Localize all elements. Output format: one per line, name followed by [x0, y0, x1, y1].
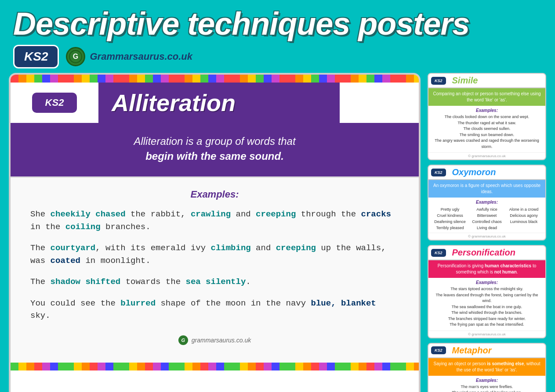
oxymoron-item-12: [506, 225, 542, 230]
poster-logo-section: [340, 83, 419, 123]
page-title: Descriptive techniques posters: [13, 8, 542, 40]
simile-footer: © grammarsaurus.co.uk: [428, 152, 545, 159]
oxymoron-item-4: Cruel kindness: [432, 213, 468, 218]
simile-ks2: KS2: [431, 77, 446, 85]
examples-section: Examples: She cheekily chased the rabbit…: [11, 176, 419, 363]
poster-title: Alliteration: [112, 89, 236, 116]
poster-header: KS2 Alliteration: [11, 83, 419, 123]
poster-footer: G grammarsaurus.co.uk: [30, 331, 399, 349]
personification-ks2: KS2: [431, 249, 446, 257]
personification-footer: © grammarsaurus.co.uk: [428, 331, 545, 338]
oxymoron-item-2: Awfully nice: [469, 207, 505, 212]
mini-poster-oxymoron: KS2 Oxymoron An oxymoron is a figure of …: [428, 165, 546, 241]
oxymoron-item-10: Terribly pleased: [432, 225, 468, 230]
poster-ks2-section: KS2: [11, 83, 98, 123]
highlight-2b: climbing: [210, 243, 250, 253]
highlight-1d: cracks: [361, 209, 391, 219]
definition-line2: begin with the same sound.: [145, 150, 284, 162]
personification-header: KS2 Personification: [428, 246, 545, 260]
highlight-1e: coiling: [65, 222, 101, 232]
oxymoron-examples-title: Examples:: [428, 200, 545, 205]
simile-examples-title: Examples:: [428, 108, 545, 113]
highlight-1b: crawling: [191, 209, 231, 219]
oxymoron-item-1: Pretty ugly: [432, 207, 468, 212]
oxymoron-header: KS2 Oxymoron: [428, 165, 545, 180]
grammarsaurus-logo-icon: G: [66, 47, 85, 66]
oxymoron-item-6: Delicious agony: [506, 213, 542, 218]
personification-definition: Personification is giving human characte…: [428, 260, 545, 278]
oxymoron-item-7: Deafening silence: [432, 219, 468, 224]
examples-title: Examples:: [30, 189, 399, 200]
footer-text: grammarsaurus.co.uk: [192, 337, 251, 344]
main-area: KS2 Alliteration Alliteration is a group…: [0, 73, 555, 392]
definition-section: Alliteration is a group of words that be…: [11, 123, 419, 176]
metaphor-examples-title: Examples:: [428, 378, 545, 383]
highlight-3b: sea silently: [185, 277, 246, 287]
metaphor-title: Metaphor: [449, 344, 545, 357]
highlight-4b: blue, blanket: [311, 298, 376, 308]
oxymoron-item-3: Alone in a crowd: [506, 207, 542, 212]
ks2-badge-header: KS2: [13, 45, 59, 68]
oxymoron-item-5: Bittersweet: [469, 213, 505, 218]
mini-poster-metaphor: KS2 Metaphor Saying an object or person …: [428, 343, 546, 392]
highlight-2c: creeping: [276, 243, 316, 253]
metaphor-definition: Saying an object or person is something …: [428, 358, 545, 376]
logo-area: G Grammarsaurus.co.uk: [66, 47, 192, 66]
poster-title-section: Alliteration: [98, 83, 340, 123]
example-2: The courtyard, with its emerald ivy clim…: [30, 242, 399, 267]
right-panel: KS2 Simile Comparing an object or person…: [428, 73, 546, 392]
example-1: She cheekily chased the rabbit, crawling…: [30, 208, 399, 233]
example-4: You could see the blurred shape of the m…: [30, 297, 399, 322]
simile-header: KS2 Simile: [428, 74, 545, 88]
simile-definition: Comparing an object or person to somethi…: [428, 88, 545, 106]
simile-examples-text: The clouds looked down on the scene and …: [428, 114, 545, 152]
oxymoron-item-9: Luminous black: [506, 219, 542, 224]
highlight-3a: shadow shifted: [51, 277, 121, 287]
metaphor-ks2: KS2: [431, 346, 446, 354]
logo-text: Grammarsaurus.co.uk: [90, 51, 192, 62]
footer-logo-icon: G: [178, 335, 188, 345]
highlight-1c: creeping: [256, 209, 296, 219]
bottom-border-strip: [11, 363, 419, 370]
header-bottom: KS2 G Grammarsaurus.co.uk: [13, 45, 542, 68]
oxymoron-item-8: Controlled chaos: [469, 219, 505, 224]
personification-title: Personification: [449, 246, 545, 259]
metaphor-examples-text: The man's eyes were fireflies. The wind …: [428, 384, 545, 392]
oxymoron-item-11: Living dead: [469, 225, 505, 230]
mini-poster-personification: KS2 Personification Personification is g…: [428, 245, 546, 338]
oxymoron-definition: An oxymoron is a figure of speech which …: [428, 180, 545, 198]
highlight-1a: cheekily chased: [51, 209, 126, 219]
oxymoron-title: Oxymoron: [449, 165, 545, 179]
top-border-strip: [11, 75, 419, 83]
example-3: The shadow shifted towards the sea silen…: [30, 276, 399, 288]
oxymoron-ks2: KS2: [431, 169, 446, 176]
metaphor-header: KS2 Metaphor: [428, 344, 545, 358]
personification-examples-text: The stars tiptoed across the midnight sk…: [428, 286, 545, 331]
highlight-2a: courtyard: [51, 243, 96, 253]
poster-ks2-badge: KS2: [32, 93, 77, 113]
highlight-4a: blurred: [120, 298, 156, 308]
oxymoron-footer: © grammarsaurus.co.uk: [428, 233, 545, 240]
oxymoron-grid: Pretty ugly Awfully nice Alone in a crow…: [428, 206, 545, 233]
definition-line1: Alliteration is a group of words that: [134, 135, 295, 147]
header: Descriptive techniques posters KS2 G Gra…: [0, 0, 555, 73]
main-poster: KS2 Alliteration Alliteration is a group…: [9, 73, 421, 392]
highlight-2d: coated: [51, 256, 80, 266]
mini-poster-simile: KS2 Simile Comparing an object or person…: [428, 73, 546, 160]
personification-examples-title: Examples:: [428, 280, 545, 285]
simile-title: Simile: [449, 74, 545, 87]
svg-text:G: G: [73, 53, 78, 60]
